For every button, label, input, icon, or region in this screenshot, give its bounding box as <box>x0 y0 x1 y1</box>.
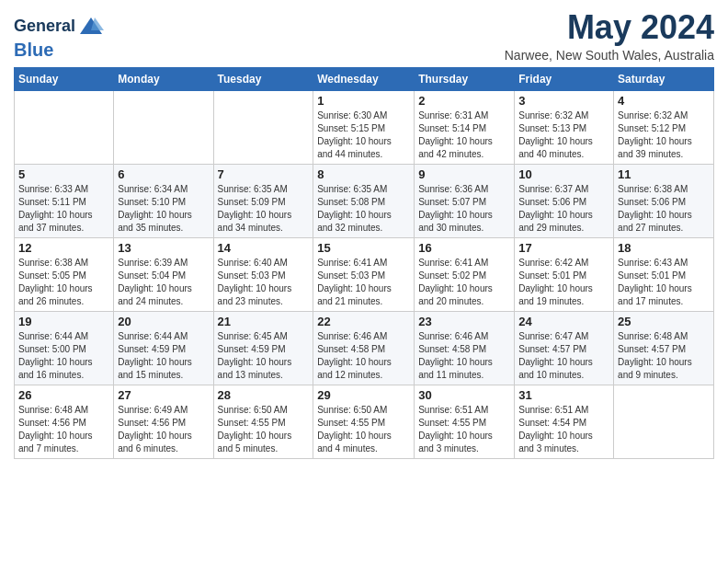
day-number: 8 <box>317 167 410 181</box>
table-row: 16Sunrise: 6:41 AMSunset: 5:02 PMDayligh… <box>415 237 515 311</box>
table-row <box>614 385 714 458</box>
day-number: 28 <box>218 388 310 402</box>
day-info: Sunrise: 6:47 AMSunset: 4:57 PMDaylight:… <box>518 330 609 382</box>
day-info: Sunrise: 6:49 AMSunset: 4:56 PMDaylight:… <box>118 404 209 455</box>
day-number: 6 <box>118 167 209 181</box>
table-row: 17Sunrise: 6:42 AMSunset: 5:01 PMDayligh… <box>515 237 614 311</box>
day-number: 20 <box>118 315 209 328</box>
day-info: Sunrise: 6:51 AMSunset: 4:54 PMDaylight:… <box>518 404 609 455</box>
table-row: 21Sunrise: 6:45 AMSunset: 4:59 PMDayligh… <box>213 311 313 385</box>
col-wednesday: Wednesday <box>313 67 415 90</box>
calendar-week-row: 19Sunrise: 6:44 AMSunset: 5:00 PMDayligh… <box>15 311 714 385</box>
table-row: 25Sunrise: 6:48 AMSunset: 4:57 PMDayligh… <box>614 311 714 385</box>
table-row: 19Sunrise: 6:44 AMSunset: 5:00 PMDayligh… <box>15 311 114 385</box>
day-number: 24 <box>518 315 609 328</box>
day-info: Sunrise: 6:38 AMSunset: 5:05 PMDaylight:… <box>18 257 109 308</box>
day-number: 21 <box>218 315 310 328</box>
day-number: 18 <box>618 241 710 255</box>
table-row: 27Sunrise: 6:49 AMSunset: 4:56 PMDayligh… <box>114 385 213 458</box>
table-row: 20Sunrise: 6:44 AMSunset: 4:59 PMDayligh… <box>114 311 213 385</box>
table-row: 14Sunrise: 6:40 AMSunset: 5:03 PMDayligh… <box>213 237 313 311</box>
day-number: 11 <box>618 167 710 181</box>
day-number: 1 <box>317 94 410 108</box>
col-monday: Monday <box>114 67 213 90</box>
day-info: Sunrise: 6:41 AMSunset: 5:03 PMDaylight:… <box>317 257 410 308</box>
day-info: Sunrise: 6:38 AMSunset: 5:06 PMDaylight:… <box>618 183 710 235</box>
table-row: 5Sunrise: 6:33 AMSunset: 5:11 PMDaylight… <box>15 164 114 237</box>
page-header: General Blue May 2024 Narwee, New South … <box>14 9 714 63</box>
calendar-header-row: Sunday Monday Tuesday Wednesday Thursday… <box>15 67 714 90</box>
day-info: Sunrise: 6:32 AMSunset: 5:13 PMDaylight:… <box>518 109 609 161</box>
day-info: Sunrise: 6:40 AMSunset: 5:03 PMDaylight:… <box>218 257 310 308</box>
table-row: 4Sunrise: 6:32 AMSunset: 5:12 PMDaylight… <box>614 90 714 164</box>
table-row: 26Sunrise: 6:48 AMSunset: 4:56 PMDayligh… <box>15 385 114 458</box>
day-info: Sunrise: 6:37 AMSunset: 5:06 PMDaylight:… <box>518 183 609 235</box>
table-row: 10Sunrise: 6:37 AMSunset: 5:06 PMDayligh… <box>515 164 614 237</box>
day-number: 12 <box>18 241 109 255</box>
day-info: Sunrise: 6:32 AMSunset: 5:12 PMDaylight:… <box>618 109 710 161</box>
day-info: Sunrise: 6:36 AMSunset: 5:07 PMDaylight:… <box>418 183 510 235</box>
table-row: 6Sunrise: 6:34 AMSunset: 5:10 PMDaylight… <box>114 164 213 237</box>
col-sunday: Sunday <box>15 67 114 90</box>
day-number: 22 <box>317 315 410 328</box>
day-info: Sunrise: 6:41 AMSunset: 5:02 PMDaylight:… <box>418 257 510 308</box>
day-number: 29 <box>317 388 410 402</box>
day-info: Sunrise: 6:50 AMSunset: 4:55 PMDaylight:… <box>317 404 410 455</box>
calendar-body: 1Sunrise: 6:30 AMSunset: 5:15 PMDaylight… <box>15 90 714 458</box>
table-row: 9Sunrise: 6:36 AMSunset: 5:07 PMDaylight… <box>415 164 515 237</box>
day-number: 30 <box>418 388 510 402</box>
day-info: Sunrise: 6:35 AMSunset: 5:09 PMDaylight:… <box>218 183 310 235</box>
table-row: 7Sunrise: 6:35 AMSunset: 5:09 PMDaylight… <box>213 164 313 237</box>
day-number: 16 <box>418 241 510 255</box>
day-number: 9 <box>418 167 510 181</box>
day-number: 10 <box>518 167 609 181</box>
table-row: 1Sunrise: 6:30 AMSunset: 5:15 PMDaylight… <box>313 90 415 164</box>
day-info: Sunrise: 6:44 AMSunset: 5:00 PMDaylight:… <box>18 330 109 382</box>
col-tuesday: Tuesday <box>213 67 313 90</box>
day-info: Sunrise: 6:34 AMSunset: 5:10 PMDaylight:… <box>118 183 209 235</box>
col-saturday: Saturday <box>614 67 714 90</box>
table-row: 18Sunrise: 6:43 AMSunset: 5:01 PMDayligh… <box>614 237 714 311</box>
day-number: 2 <box>418 94 510 108</box>
table-row: 8Sunrise: 6:35 AMSunset: 5:08 PMDaylight… <box>313 164 415 237</box>
day-number: 31 <box>518 388 609 402</box>
day-number: 19 <box>18 315 109 328</box>
table-row <box>213 90 313 164</box>
day-info: Sunrise: 6:35 AMSunset: 5:08 PMDaylight:… <box>317 183 410 235</box>
calendar-week-row: 12Sunrise: 6:38 AMSunset: 5:05 PMDayligh… <box>15 237 714 311</box>
day-info: Sunrise: 6:50 AMSunset: 4:55 PMDaylight:… <box>218 404 310 455</box>
calendar-table: Sunday Monday Tuesday Wednesday Thursday… <box>14 67 714 459</box>
logo-icon <box>78 14 104 40</box>
day-number: 5 <box>18 167 109 181</box>
col-thursday: Thursday <box>415 67 515 90</box>
day-info: Sunrise: 6:46 AMSunset: 4:58 PMDaylight:… <box>418 330 510 382</box>
calendar-week-row: 26Sunrise: 6:48 AMSunset: 4:56 PMDayligh… <box>15 385 714 458</box>
logo: General Blue <box>14 14 104 60</box>
table-row: 23Sunrise: 6:46 AMSunset: 4:58 PMDayligh… <box>415 311 515 385</box>
table-row: 15Sunrise: 6:41 AMSunset: 5:03 PMDayligh… <box>313 237 415 311</box>
table-row: 28Sunrise: 6:50 AMSunset: 4:55 PMDayligh… <box>213 385 313 458</box>
title-block: May 2024 Narwee, New South Wales, Austra… <box>505 9 714 63</box>
day-info: Sunrise: 6:43 AMSunset: 5:01 PMDaylight:… <box>618 257 710 308</box>
table-row: 24Sunrise: 6:47 AMSunset: 4:57 PMDayligh… <box>515 311 614 385</box>
day-number: 17 <box>518 241 609 255</box>
table-row: 22Sunrise: 6:46 AMSunset: 4:58 PMDayligh… <box>313 311 415 385</box>
table-row: 3Sunrise: 6:32 AMSunset: 5:13 PMDaylight… <box>515 90 614 164</box>
table-row <box>15 90 114 164</box>
table-row: 12Sunrise: 6:38 AMSunset: 5:05 PMDayligh… <box>15 237 114 311</box>
day-number: 26 <box>18 388 109 402</box>
table-row: 11Sunrise: 6:38 AMSunset: 5:06 PMDayligh… <box>614 164 714 237</box>
day-number: 15 <box>317 241 410 255</box>
day-number: 14 <box>218 241 310 255</box>
day-number: 4 <box>618 94 710 108</box>
day-info: Sunrise: 6:48 AMSunset: 4:57 PMDaylight:… <box>618 330 710 382</box>
table-row: 29Sunrise: 6:50 AMSunset: 4:55 PMDayligh… <box>313 385 415 458</box>
calendar-week-row: 1Sunrise: 6:30 AMSunset: 5:15 PMDaylight… <box>15 90 714 164</box>
calendar-week-row: 5Sunrise: 6:33 AMSunset: 5:11 PMDaylight… <box>15 164 714 237</box>
day-number: 3 <box>518 94 609 108</box>
main-title: May 2024 <box>505 9 714 46</box>
col-friday: Friday <box>515 67 614 90</box>
day-number: 13 <box>118 241 209 255</box>
day-number: 23 <box>418 315 510 328</box>
table-row: 2Sunrise: 6:31 AMSunset: 5:14 PMDaylight… <box>415 90 515 164</box>
